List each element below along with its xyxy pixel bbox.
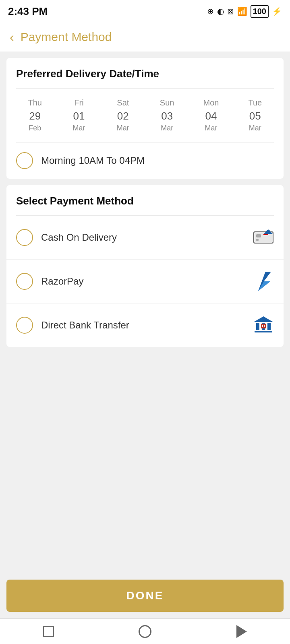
payment-method-item-2[interactable]: Direct Bank Transfer — [6, 303, 284, 347]
payment-label-2: Direct Bank Transfer — [41, 320, 245, 331]
day-num: 03 — [161, 110, 173, 122]
day-name: Tue — [248, 98, 262, 107]
delivery-card: Preferred Delivery Date/Time Thu 29 Feb … — [6, 58, 284, 179]
svg-rect-12 — [261, 324, 266, 328]
nav-home-button[interactable] — [137, 623, 153, 640]
bottom-navigation — [0, 618, 290, 644]
svg-rect-2 — [256, 239, 259, 241]
date-col-29[interactable]: Thu 29 Feb — [19, 98, 51, 132]
payment-radio-1[interactable] — [16, 273, 33, 290]
square-icon — [43, 626, 54, 637]
day-month: Mar — [205, 124, 217, 132]
day-name: Sun — [160, 98, 174, 107]
svg-rect-13 — [262, 325, 263, 327]
battery-indicator: 100 — [251, 5, 269, 18]
date-col-04[interactable]: Mon 04 Mar — [195, 98, 227, 132]
day-month: Mar — [161, 124, 173, 132]
day-month: Mar — [72, 124, 85, 132]
nav-back-button[interactable] — [234, 623, 250, 640]
svg-rect-1 — [256, 234, 261, 237]
page-title: Payment Method — [21, 30, 112, 44]
bottom-action-bar: DONE — [0, 573, 290, 618]
svg-rect-10 — [267, 323, 271, 330]
svg-rect-11 — [255, 331, 272, 332]
day-num: 01 — [73, 110, 85, 122]
date-col-05[interactable]: Tue 05 Mar — [239, 98, 271, 132]
nav-square-button[interactable] — [40, 623, 56, 640]
payment-label-0: Cash On Delivery — [41, 232, 245, 243]
day-num: 02 — [117, 110, 129, 122]
day-month: Feb — [29, 124, 41, 132]
time-slot-row[interactable]: Morning 10AM To 04PM — [6, 142, 284, 179]
payment-label-1: RazorPay — [41, 276, 245, 287]
main-content: Preferred Delivery Date/Time Thu 29 Feb … — [0, 52, 290, 402]
time-slot-radio[interactable] — [16, 152, 33, 169]
payment-method-item-1[interactable]: RazorPay — [6, 260, 284, 303]
day-name: Fri — [74, 98, 83, 107]
time-slot-label: Morning 10AM To 04PM — [41, 155, 145, 166]
privacy-icon: ⊕ — [207, 6, 214, 16]
payment-method-item-0[interactable]: Cash On Delivery — [6, 216, 284, 260]
status-icons: ⊕ ◐ ⊠ 📶 100 ⚡ — [207, 5, 282, 18]
date-col-01[interactable]: Fri 01 Mar — [63, 98, 95, 132]
cod-icon — [253, 227, 274, 248]
back-button[interactable]: ‹ — [10, 31, 14, 43]
date-col-02[interactable]: Sat 02 Mar — [107, 98, 139, 132]
payment-radio-0[interactable] — [16, 229, 33, 246]
day-name: Sat — [117, 98, 129, 107]
day-num: 29 — [29, 110, 41, 122]
screen-record-icon: ⊠ — [227, 6, 234, 16]
svg-rect-14 — [264, 325, 265, 327]
bank-icon — [253, 315, 274, 336]
day-name: Thu — [28, 98, 41, 107]
razorpay-icon — [253, 271, 274, 292]
status-bar: 2:43 PM ⊕ ◐ ⊠ 📶 100 ⚡ — [0, 0, 290, 23]
payment-methods-list: Cash On Delivery RazorPay — [6, 216, 284, 347]
delivery-section-title: Preferred Delivery Date/Time — [6, 58, 284, 88]
status-time: 2:43 PM — [8, 5, 48, 18]
charging-icon: ⚡ — [272, 6, 282, 16]
svg-marker-7 — [254, 316, 273, 322]
day-num: 04 — [205, 110, 217, 122]
circle-icon — [139, 625, 151, 638]
date-selector-row: Thu 29 Feb Fri 01 Mar Sat 02 Mar Sun 03 … — [6, 89, 284, 142]
day-num: 05 — [249, 110, 261, 122]
triangle-icon — [236, 625, 247, 638]
wifi-icon: 📶 — [237, 6, 247, 16]
date-col-03[interactable]: Sun 03 Mar — [151, 98, 183, 132]
svg-rect-8 — [256, 323, 259, 330]
day-month: Mar — [249, 124, 261, 132]
payment-section-title: Select Payment Method — [6, 185, 284, 215]
svg-rect-3 — [263, 234, 268, 235]
day-name: Mon — [203, 98, 219, 107]
done-button[interactable]: DONE — [6, 580, 284, 612]
payment-radio-2[interactable] — [16, 317, 33, 334]
privacy-icon-2: ◐ — [217, 6, 224, 16]
payment-card: Select Payment Method Cash On Delivery — [6, 185, 284, 347]
day-month: Mar — [117, 124, 129, 132]
header: ‹ Payment Method — [0, 23, 290, 52]
